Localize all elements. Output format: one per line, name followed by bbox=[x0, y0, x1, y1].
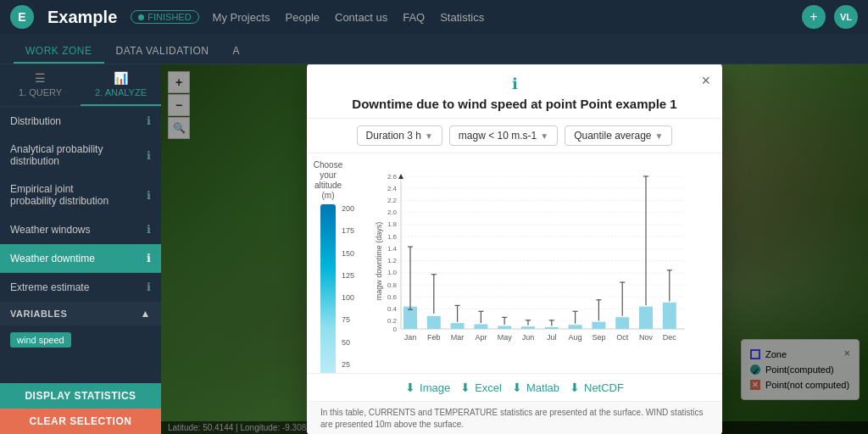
svg-text:Jul: Jul bbox=[547, 333, 557, 342]
download-excel-icon: ⬇ bbox=[460, 381, 470, 394]
svg-text:1.6: 1.6 bbox=[387, 233, 398, 241]
avatar: VL bbox=[834, 5, 858, 29]
svg-text:Nov: Nov bbox=[639, 333, 654, 342]
svg-text:0.6: 0.6 bbox=[387, 293, 398, 301]
altitude-label: Choose your altitude (m) bbox=[310, 160, 346, 201]
chevron-down-icon-3: ▼ bbox=[655, 131, 664, 141]
modal-note: In this table, CURRENTS and TEMPERATURE … bbox=[307, 401, 722, 434]
nav-left: E Example FINISHED My Projects People Co… bbox=[10, 5, 484, 29]
download-matlab-icon: ⬇ bbox=[512, 381, 522, 394]
filter-duration[interactable]: Duration 3 h ▼ bbox=[357, 125, 442, 146]
download-icon: ⬇ bbox=[405, 381, 415, 394]
sidebar-item-distribution[interactable]: Distribution ℹ bbox=[0, 107, 161, 136]
svg-text:Sep: Sep bbox=[592, 333, 605, 342]
svg-text:2.0: 2.0 bbox=[387, 209, 398, 216]
chevron-up-icon: ▲ bbox=[141, 308, 151, 320]
sub-nav: WORK ZONE DATA VALIDATION A bbox=[0, 34, 868, 64]
modal-dialog: ℹ Downtime due to wind speed at point Po… bbox=[307, 64, 722, 434]
info-icon-3: ℹ bbox=[147, 189, 151, 202]
tab-analyze[interactable]: 📊 2. ANALYZE bbox=[81, 64, 161, 106]
bar-chart: magw downtime (days) 2.6 2.4 bbox=[353, 164, 712, 359]
modal-close-button[interactable]: × bbox=[701, 73, 710, 88]
svg-text:0: 0 bbox=[393, 326, 398, 333]
nav-link-people[interactable]: People bbox=[286, 11, 320, 24]
tab-workzone[interactable]: WORK ZONE bbox=[14, 40, 104, 64]
nav-link-faq[interactable]: FAQ bbox=[403, 11, 425, 24]
info-icon-4: ℹ bbox=[147, 223, 151, 236]
svg-text:1.4: 1.4 bbox=[387, 245, 398, 253]
bar-mar bbox=[451, 323, 465, 329]
nav-right: + VL bbox=[802, 5, 858, 29]
modal-footer: ⬇ Image ⬇ Excel ⬇ Matlab ⬇ NetCDF bbox=[307, 373, 722, 401]
bar-dec bbox=[663, 303, 676, 329]
status-badge: FINISHED bbox=[131, 10, 198, 24]
sidebar-query-section: ☰ 1. QUERY 📊 2. ANALYZE bbox=[0, 64, 161, 107]
download-image-button[interactable]: ⬇ Image bbox=[405, 381, 450, 394]
y-axis-arrow bbox=[398, 174, 403, 179]
svg-text:0.4: 0.4 bbox=[387, 305, 398, 313]
bar-sep bbox=[592, 322, 605, 329]
download-matlab-button[interactable]: ⬇ Matlab bbox=[512, 381, 559, 394]
modal-info-icon: ℹ bbox=[512, 75, 518, 93]
variables-header: VARIABLES ▲ bbox=[0, 302, 161, 326]
svg-text:Dec: Dec bbox=[663, 333, 677, 342]
svg-text:Aug: Aug bbox=[569, 333, 582, 342]
bar-oct bbox=[615, 317, 629, 329]
bar-aug bbox=[569, 325, 582, 329]
bar-jul bbox=[545, 327, 559, 329]
svg-text:1.2: 1.2 bbox=[387, 257, 398, 264]
status-dot bbox=[138, 14, 144, 20]
altitude-bar[interactable] bbox=[320, 204, 336, 373]
info-icon-2: ℹ bbox=[147, 149, 151, 162]
top-nav: E Example FINISHED My Projects People Co… bbox=[0, 0, 868, 34]
info-icon-5: ℹ bbox=[147, 252, 151, 264]
tab-datavalidation[interactable]: DATA VALIDATION bbox=[104, 40, 221, 64]
nav-link-contact[interactable]: Contact us bbox=[335, 11, 387, 24]
svg-text:May: May bbox=[498, 333, 513, 342]
clear-selection-button[interactable]: CLEAR SELECTION bbox=[0, 409, 161, 434]
query-icon: ☰ bbox=[35, 71, 46, 85]
sidebar: ☰ 1. QUERY 📊 2. ANALYZE Distribution ℹ A… bbox=[0, 64, 161, 434]
sidebar-item-analytical[interactable]: Analytical probabilitydistribution ℹ bbox=[0, 136, 161, 175]
modal-filters: Duration 3 h ▼ magw < 10 m.s-1 ▼ Quantil… bbox=[307, 119, 722, 153]
bar-nov bbox=[639, 307, 653, 329]
bar-feb bbox=[427, 316, 441, 329]
nav-link-statistics[interactable]: Statistics bbox=[440, 11, 484, 24]
chart-area: magw downtime (days) 2.6 2.4 bbox=[349, 160, 722, 373]
nav-link-projects[interactable]: My Projects bbox=[213, 11, 270, 24]
sidebar-item-extreme[interactable]: Extreme estimate ℹ bbox=[0, 273, 161, 302]
info-icon-6: ℹ bbox=[147, 281, 151, 293]
svg-text:1.8: 1.8 bbox=[387, 220, 398, 228]
svg-text:0.8: 0.8 bbox=[387, 281, 398, 289]
download-excel-button[interactable]: ⬇ Excel bbox=[460, 381, 502, 394]
app-logo: E bbox=[10, 5, 34, 29]
bar-may bbox=[498, 326, 511, 330]
download-netcdf-button[interactable]: ⬇ NetCDF bbox=[570, 381, 624, 394]
info-icon: ℹ bbox=[147, 114, 151, 127]
variables-list: wind speed bbox=[0, 326, 161, 354]
sidebar-item-empirical[interactable]: Empirical jointprobability distribution … bbox=[0, 175, 161, 215]
modal-overlay: ℹ Downtime due to wind speed at point Po… bbox=[161, 64, 868, 434]
download-netcdf-icon: ⬇ bbox=[570, 381, 580, 394]
sidebar-item-weather-downtime[interactable]: Weather downtime ℹ bbox=[0, 244, 161, 273]
tab-query[interactable]: ☰ 1. QUERY bbox=[0, 64, 81, 106]
add-user-button[interactable]: + bbox=[802, 5, 826, 29]
tab-a[interactable]: A bbox=[220, 40, 252, 64]
altitude-selector[interactable]: Choose your altitude (m) 200 175 150 125… bbox=[307, 160, 349, 373]
svg-text:Mar: Mar bbox=[451, 333, 465, 342]
svg-text:1.0: 1.0 bbox=[387, 269, 398, 276]
svg-text:magw downtime (days): magw downtime (days) bbox=[375, 222, 383, 301]
bar-jun bbox=[521, 326, 535, 329]
svg-text:Jun: Jun bbox=[522, 333, 535, 342]
analyze-icon: 📊 bbox=[114, 71, 128, 85]
filter-quantile[interactable]: Quantile average ▼ bbox=[565, 125, 672, 146]
variable-tag-wind: wind speed bbox=[10, 332, 71, 348]
svg-text:2.2: 2.2 bbox=[387, 197, 398, 204]
svg-text:2.6: 2.6 bbox=[387, 173, 398, 181]
sidebar-item-weather-windows[interactable]: Weather windows ℹ bbox=[0, 215, 161, 244]
display-statistics-button[interactable]: DISPLAY STATISTICS bbox=[0, 383, 161, 409]
modal-title: Downtime due to wind speed at point Poin… bbox=[352, 97, 676, 111]
svg-text:Jan: Jan bbox=[404, 333, 417, 342]
modal-header: ℹ Downtime due to wind speed at point Po… bbox=[307, 64, 722, 119]
filter-magw[interactable]: magw < 10 m.s-1 ▼ bbox=[449, 125, 558, 146]
